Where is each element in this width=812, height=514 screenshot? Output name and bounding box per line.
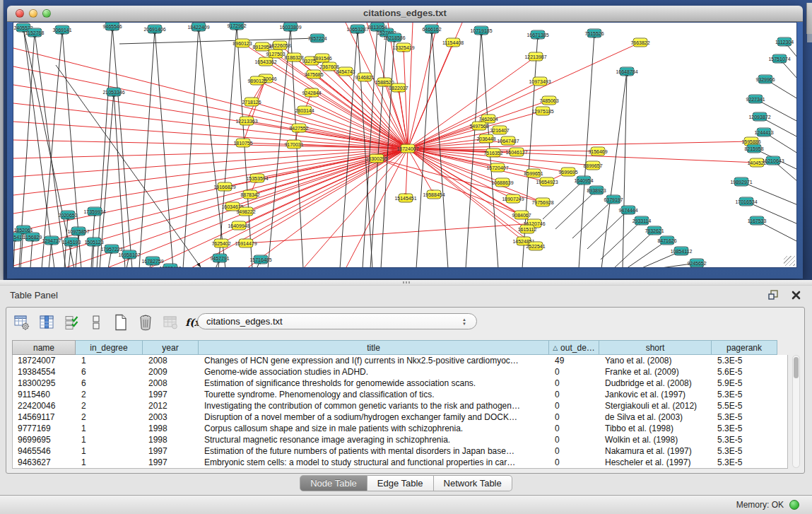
network-node[interactable]: 9699695 — [561, 168, 576, 177]
table-cell[interactable]: 1997 — [143, 389, 199, 400]
network-node[interactable]: 8813054 — [370, 23, 385, 32]
row-height-icon[interactable] — [88, 314, 105, 331]
network-node[interactable]: 16648784 — [620, 67, 635, 76]
network-node[interactable]: 16914479 — [239, 239, 254, 248]
network-node[interactable]: 9329966 — [758, 75, 773, 84]
table-row[interactable]: 946554611997Estimation of the future num… — [13, 445, 787, 457]
network-node[interactable]: 7663822 — [633, 38, 648, 47]
table-cell[interactable]: 2 — [76, 411, 143, 423]
table-cell[interactable]: 1 — [76, 457, 143, 468]
column-header-outde[interactable]: △out_de… — [549, 340, 599, 355]
table-cell[interactable]: 19384554 — [13, 366, 76, 378]
table-cell[interactable]: 9115460 — [13, 389, 76, 400]
network-node[interactable]: 8938923 — [589, 186, 604, 195]
table-cell[interactable]: 0 — [550, 411, 600, 423]
table-cell[interactable]: 22420046 — [13, 400, 76, 411]
table-row[interactable]: 2242004622012Investigating the contribut… — [13, 400, 787, 411]
network-node[interactable]: 8471626 — [660, 236, 675, 245]
network-node[interactable]: 3475685 — [307, 70, 322, 79]
table-cell[interactable]: 2008 — [143, 378, 199, 389]
table-cell[interactable]: Disruption of a novel member of a sodium… — [199, 411, 550, 423]
table-row[interactable]: 1830029562008Estimation of significance … — [13, 378, 787, 389]
network-node[interactable]: 10975857 — [71, 227, 86, 236]
table-cell[interactable]: 1 — [76, 434, 143, 445]
network-node[interactable]: 10653287 — [351, 25, 365, 34]
table-cell[interactable]: Estimation of significance thresholds fo… — [199, 378, 550, 389]
table-row[interactable]: 911546021997Tourette syndrome. Phenomeno… — [13, 389, 787, 400]
table-cell[interactable]: 0 — [550, 366, 600, 378]
table-cell[interactable]: Wolkin et al. (1998) — [600, 434, 712, 445]
network-node[interactable]: 8878342 — [243, 190, 258, 199]
network-node[interactable]: 1156829 — [25, 233, 40, 242]
network-node[interactable]: 16033809 — [283, 23, 298, 32]
network-node[interactable]: 6379197 — [606, 195, 621, 204]
table-cell[interactable]: 14569117 — [13, 411, 76, 423]
network-node[interactable]: 2718126 — [245, 98, 259, 107]
network-node[interactable]: 12213987 — [529, 52, 543, 62]
network-node[interactable]: 18724007 — [401, 144, 416, 153]
network-window-titlebar[interactable]: citations_edges.txt — [7, 6, 803, 22]
network-node[interactable]: 7625402 — [214, 239, 229, 248]
tab-network-table[interactable]: Network Table — [434, 475, 512, 491]
table-cell[interactable]: 1 — [76, 355, 143, 366]
close-panel-icon[interactable] — [789, 288, 802, 301]
table-cell[interactable]: 9699695 — [13, 434, 76, 445]
table-cell[interactable]: 2003 — [143, 411, 199, 423]
network-node[interactable]: 2036448 — [479, 134, 494, 144]
table-row[interactable]: 1456911722003Disruption of a novel membe… — [13, 411, 787, 423]
table-cell[interactable]: 1 — [76, 423, 143, 434]
network-node[interactable]: 12093872 — [753, 112, 767, 122]
network-node[interactable]: 6466162 — [425, 25, 440, 34]
network-node[interactable]: 20691406 — [148, 25, 163, 34]
table-cell[interactable]: Nakamura et al. (1997) — [600, 445, 712, 457]
table-cell[interactable]: 5.3E-5 — [712, 389, 778, 400]
network-node[interactable]: 21053346 — [107, 88, 122, 97]
network-canvas[interactable]: 1872400789601238912954182260589127503165… — [13, 22, 797, 268]
column-header-year[interactable]: year — [143, 340, 199, 355]
network-node[interactable]: 2933114 — [635, 216, 649, 226]
delete-table-icon[interactable] — [162, 314, 179, 331]
network-node[interactable]: 18422409 — [192, 23, 206, 32]
table-cell[interactable]: 9463627 — [13, 457, 76, 468]
network-node[interactable]: 9245652 — [690, 259, 705, 268]
network-node[interactable]: 8427552 — [292, 124, 307, 133]
network-node[interactable]: 1615112 — [520, 225, 535, 234]
network-node[interactable]: 11154408 — [446, 38, 461, 47]
network-node[interactable]: 1294737 — [45, 236, 59, 245]
table-cell[interactable]: Stergiakouli et al. (2012) — [600, 400, 712, 411]
network-node[interactable]: 3069141 — [55, 25, 70, 35]
network-node[interactable]: 9084067 — [514, 211, 529, 220]
network-node[interactable]: 8454743 — [339, 67, 353, 76]
table-cell[interactable]: 1998 — [143, 434, 199, 445]
network-node[interactable]: 17957223 — [105, 245, 119, 254]
table-cell[interactable]: Dudbridge et al. (2008) — [600, 378, 712, 389]
table-cell[interactable]: de Silva et al. (2003) — [600, 411, 712, 423]
network-node[interactable]: 1112304 — [777, 37, 792, 47]
network-node[interactable]: 3915411 — [13, 233, 23, 242]
network-node[interactable]: 10719185 — [474, 26, 489, 35]
table-cell[interactable]: Estimation of the future numbers of pati… — [199, 445, 550, 457]
table-cell[interactable]: 2012 — [143, 400, 199, 411]
column-header-title[interactable]: title — [199, 340, 549, 355]
table-cell[interactable]: 5.3E-5 — [712, 445, 778, 457]
network-node[interactable]: 16671385 — [531, 30, 546, 40]
table-cell[interactable]: 6 — [76, 366, 143, 378]
network-node[interactable]: 17359934 — [88, 207, 102, 216]
table-cell[interactable]: Hescheler et al. (1997) — [600, 457, 712, 468]
network-node[interactable]: 9146821 — [358, 73, 372, 82]
network-node[interactable]: 9457791 — [213, 254, 228, 263]
table-cell[interactable]: Jankovic et al. (1997) — [600, 389, 712, 400]
table-cell[interactable]: 0 — [550, 445, 600, 457]
table-cell[interactable]: Investigating the contribution of common… — [199, 400, 550, 411]
network-node[interactable]: 9170031 — [287, 140, 302, 149]
network-node[interactable]: 9172962 — [230, 22, 245, 30]
table-cell[interactable]: 9465546 — [13, 445, 76, 457]
network-node[interactable]: 2803144 — [298, 106, 312, 115]
network-node[interactable]: 9242844 — [305, 88, 319, 98]
network-node[interactable]: 1152768 — [28, 28, 42, 37]
table-cell[interactable]: 0 — [550, 423, 600, 434]
table-cell[interactable]: 0 — [550, 389, 600, 400]
table-row[interactable]: 977716911998Corpus callosum shape and si… — [13, 423, 787, 434]
delete-column-icon[interactable] — [137, 314, 154, 331]
table-selector[interactable]: citations_edges.txt ▲▼ — [197, 313, 477, 329]
